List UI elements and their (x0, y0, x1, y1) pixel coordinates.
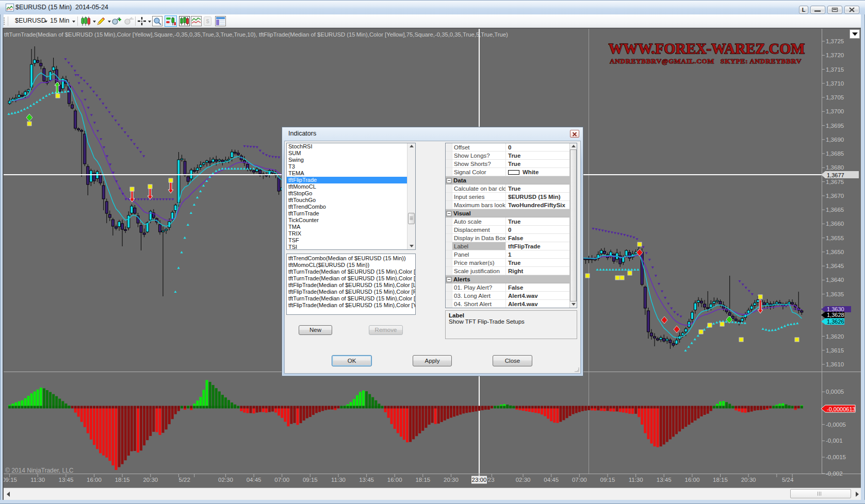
svg-text:1,3675: 1,3675 (826, 179, 844, 185)
svg-text:ANDREYBBRV@GMAIL.COM SKYPE:: ANDREYBBRV@GMAIL.COM SKYPE: ANDREYBBRV (610, 57, 802, 65)
svg-text:1,3720: 1,3720 (826, 52, 844, 58)
svg-text:20:30: 20:30 (741, 477, 756, 483)
svg-text:0,0005: 0,0005 (826, 389, 844, 395)
svg-text:$: $ (206, 18, 209, 24)
svg-text:04:45: 04:45 (544, 477, 559, 483)
svg-text:1,3620: 1,3620 (826, 333, 844, 340)
svg-text:04:45: 04:45 (247, 477, 262, 483)
svg-text:1,3626: 1,3626 (827, 318, 844, 325)
svg-text:1,3628: 1,3628 (827, 312, 844, 318)
svg-text:1,3700: 1,3700 (826, 108, 844, 114)
svg-text:-0,0005: -0,0005 (826, 422, 846, 428)
svg-text:23:00: 23:00 (472, 477, 487, 483)
svg-text:5/24: 5/24 (782, 477, 794, 483)
svg-text:02:30: 02:30 (218, 477, 233, 483)
svg-text:09:15: 09:15 (600, 477, 615, 483)
svg-text:1,3725: 1,3725 (826, 38, 844, 44)
svg-text:1,3705: 1,3705 (826, 94, 844, 100)
svg-text:1,3610: 1,3610 (826, 361, 844, 367)
svg-text:1,3640: 1,3640 (826, 277, 844, 283)
svg-text:16:00: 16:00 (685, 477, 700, 483)
svg-text:1,3645: 1,3645 (826, 263, 844, 269)
svg-text:02:30: 02:30 (516, 477, 531, 483)
svg-text:20:30: 20:30 (143, 477, 158, 483)
svg-text:5/22: 5/22 (179, 477, 190, 483)
svg-text:16:00: 16:00 (87, 477, 102, 483)
svg-text:11:30: 11:30 (30, 477, 45, 483)
svg-text:18:15: 18:15 (713, 477, 728, 483)
svg-text:-0,0000613: -0,0000613 (827, 406, 856, 412)
svg-text:09:15: 09:15 (2, 477, 17, 483)
svg-text:18:15: 18:15 (415, 477, 430, 483)
svg-text:16:00: 16:00 (387, 477, 402, 483)
svg-text:1,3690: 1,3690 (826, 137, 844, 143)
svg-text:1,3630: 1,3630 (827, 306, 844, 312)
svg-text:13:45: 13:45 (657, 477, 672, 483)
svg-text:1,3660: 1,3660 (826, 221, 844, 227)
svg-text:1,3677: 1,3677 (827, 172, 844, 178)
svg-text:-0,001: -0,001 (826, 438, 843, 444)
svg-text:tftTurnTrade(Median of $EURUSD: tftTurnTrade(Median of $EURUSD (15 Min),… (4, 31, 508, 38)
svg-text:20:30: 20:30 (444, 477, 459, 483)
svg-text:1,3680: 1,3680 (826, 164, 844, 171)
svg-text:WWW.FOREX-WAREZ.COM: WWW.FOREX-WAREZ.COM (609, 41, 805, 57)
svg-text:11:30: 11:30 (331, 477, 346, 483)
svg-text:1,3665: 1,3665 (826, 207, 844, 213)
svg-text:-0,0015: -0,0015 (826, 454, 846, 460)
svg-text:09:15: 09:15 (303, 477, 318, 483)
svg-text:-0,002: -0,002 (826, 471, 843, 477)
svg-text:1,3710: 1,3710 (826, 80, 844, 87)
svg-text:1,3635: 1,3635 (826, 291, 844, 297)
svg-text:1,3715: 1,3715 (826, 66, 844, 73)
svg-text:11:30: 11:30 (629, 477, 643, 483)
svg-text:1,3650: 1,3650 (826, 249, 844, 255)
svg-text:© 2014 NinjaTrader, LLC: © 2014 NinjaTrader, LLC (5, 467, 74, 474)
svg-text:L: L (802, 7, 806, 13)
svg-text:1,3655: 1,3655 (826, 235, 844, 241)
svg-text:18:15: 18:15 (115, 477, 130, 483)
svg-text:07:00: 07:00 (572, 477, 587, 483)
svg-text:07:00: 07:00 (274, 477, 289, 483)
svg-text:13:45: 13:45 (59, 477, 74, 483)
svg-text:1,3695: 1,3695 (826, 123, 844, 129)
svg-text:1,3685: 1,3685 (826, 150, 844, 157)
svg-text:13:45: 13:45 (359, 477, 374, 483)
svg-text:1,3670: 1,3670 (826, 193, 844, 199)
svg-text:1,3615: 1,3615 (826, 347, 844, 354)
